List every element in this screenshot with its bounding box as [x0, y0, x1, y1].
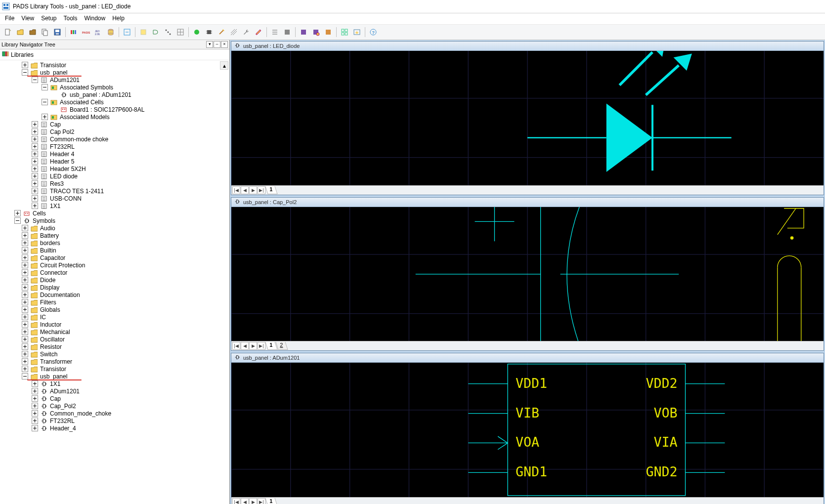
expander-icon[interactable]	[32, 425, 38, 431]
sheet-nav-btn[interactable]: |◀	[232, 342, 240, 350]
expander-icon[interactable]	[32, 143, 38, 150]
sheet-nav-btn[interactable]: |◀	[232, 498, 240, 504]
tree-item[interactable]: usb_panel	[0, 373, 229, 380]
tree-item[interactable]: Associated Models	[0, 113, 229, 121]
help-icon[interactable]: ?	[367, 26, 379, 38]
sheet-nav-btn[interactable]: ▶|	[258, 342, 265, 350]
expander-icon[interactable]	[32, 388, 38, 394]
sheet-nav-btn[interactable]: ◀	[241, 498, 249, 504]
list-icon[interactable]	[269, 26, 281, 38]
expander-icon[interactable]	[22, 321, 28, 328]
expander-icon[interactable]	[22, 306, 28, 313]
menu-help[interactable]: Help	[109, 14, 128, 24]
tree-item[interactable]: Header 4	[0, 150, 229, 158]
tree-item[interactable]: Builtin	[0, 247, 229, 254]
expander-icon[interactable]	[22, 232, 28, 239]
expander-icon[interactable]	[22, 69, 28, 76]
sheet-nav-btn[interactable]: ▶	[249, 342, 257, 350]
panel-auto-hide-icon[interactable]: –	[214, 41, 220, 48]
canvas[interactable]	[231, 51, 824, 185]
tree-item[interactable]: TRACO TES 1-2411	[0, 187, 229, 195]
tree-item[interactable]: ADum1201	[0, 76, 229, 84]
tree-item[interactable]: Header 5X2H	[0, 165, 229, 172]
expander-icon[interactable]	[32, 173, 38, 179]
expander-icon[interactable]	[22, 292, 28, 298]
expander-icon[interactable]	[42, 114, 48, 120]
tree-item[interactable]: FT232RL	[0, 417, 229, 424]
tree-item[interactable]: ADum1201	[0, 387, 229, 395]
expander-icon[interactable]	[22, 269, 28, 276]
db-icon[interactable]	[105, 26, 117, 38]
menu-tools[interactable]: Tools	[61, 14, 81, 24]
tree-item[interactable]: usb_panel : ADum1201	[0, 91, 229, 98]
sheet-nav-btn[interactable]: |◀	[232, 186, 240, 194]
expander-icon[interactable]	[32, 380, 38, 387]
expander-icon[interactable]	[22, 373, 28, 379]
tree-item[interactable]: Display	[0, 284, 229, 291]
tree-item[interactable]: 1X1	[0, 380, 229, 387]
tree-item[interactable]: Cap	[0, 121, 229, 128]
expander-icon[interactable]	[22, 351, 28, 357]
expander-icon[interactable]	[32, 158, 38, 165]
menu-file[interactable]: File	[2, 14, 17, 24]
expander-icon[interactable]	[42, 99, 48, 105]
tree-item[interactable]: Battery	[0, 232, 229, 239]
document-title-bar[interactable]: usb_panel : Cap_Pol2	[231, 198, 824, 207]
menu-view[interactable]: View	[18, 14, 37, 24]
tree-item[interactable]: Mechanical	[0, 328, 229, 336]
sheet-nav-btn[interactable]: ◀	[241, 186, 249, 194]
tree-item[interactable]: Cap	[0, 395, 229, 402]
tree-item[interactable]: Cells	[0, 210, 229, 217]
green-circle-icon[interactable]	[191, 26, 203, 38]
expander-icon[interactable]	[22, 62, 28, 68]
expander-icon[interactable]	[22, 277, 28, 283]
jeon-icon[interactable]: JEO2.06	[92, 26, 104, 38]
tree-item[interactable]: Transistor	[0, 365, 229, 373]
panel-pin-icon[interactable]: ▾	[206, 41, 213, 48]
expander-icon[interactable]	[22, 358, 28, 365]
expander-icon[interactable]	[22, 314, 28, 320]
tile-icon[interactable]	[339, 26, 350, 38]
tree-item[interactable]: Associated Cells	[0, 98, 229, 106]
favorite-icon[interactable]	[351, 26, 363, 38]
sheet-tab[interactable]: 2	[276, 342, 288, 350]
tree-item[interactable]: Common-mode choke	[0, 135, 229, 143]
tree-item[interactable]: Transistor	[0, 61, 229, 69]
expander-icon[interactable]	[22, 240, 28, 246]
expander-icon[interactable]	[32, 195, 38, 202]
sheet-nav-btn[interactable]: ▶|	[258, 186, 265, 194]
sheet-tab[interactable]: 1	[265, 498, 277, 504]
dots-icon[interactable]	[162, 26, 174, 38]
save-icon[interactable]	[51, 26, 63, 38]
tree-item[interactable]: Inductor	[0, 321, 229, 328]
tree-item[interactable]: Oscillator	[0, 336, 229, 343]
menu-window[interactable]: Window	[82, 14, 109, 24]
expander-icon[interactable]	[22, 225, 28, 231]
sheet-nav-btn[interactable]: ▶	[249, 498, 257, 504]
expander-icon[interactable]	[22, 343, 28, 350]
grid-icon[interactable]	[174, 26, 186, 38]
orange-box-icon[interactable]	[322, 26, 334, 38]
tree-item[interactable]: Board1 : SOIC127P600-8AL	[0, 106, 229, 113]
expander-icon[interactable]	[22, 254, 28, 261]
gate-icon[interactable]	[150, 26, 162, 38]
expander-icon[interactable]	[22, 336, 28, 342]
tree-item[interactable]: IC	[0, 313, 229, 321]
expander-icon[interactable]	[32, 410, 38, 417]
layers-icon[interactable]	[68, 26, 80, 38]
expander-icon[interactable]	[32, 180, 38, 187]
tree-root[interactable]: Libraries	[0, 49, 229, 60]
sheet-tab[interactable]: 1	[265, 186, 277, 194]
tree-item[interactable]: Capacitor	[0, 254, 229, 261]
expander-icon[interactable]	[32, 77, 38, 83]
open-icon[interactable]	[14, 26, 26, 38]
expander-icon[interactable]	[32, 403, 38, 409]
highlight-icon[interactable]	[137, 26, 149, 38]
document-title-bar[interactable]: usb_panel : LED_diode	[231, 42, 824, 51]
tree-item[interactable]: Symbols	[0, 217, 229, 224]
expander-icon[interactable]	[14, 217, 21, 224]
tree-item[interactable]: Connector	[0, 269, 229, 276]
pencil-icon[interactable]	[253, 26, 264, 38]
tree-item[interactable]: Resistor	[0, 343, 229, 350]
chip-icon[interactable]	[203, 26, 215, 38]
